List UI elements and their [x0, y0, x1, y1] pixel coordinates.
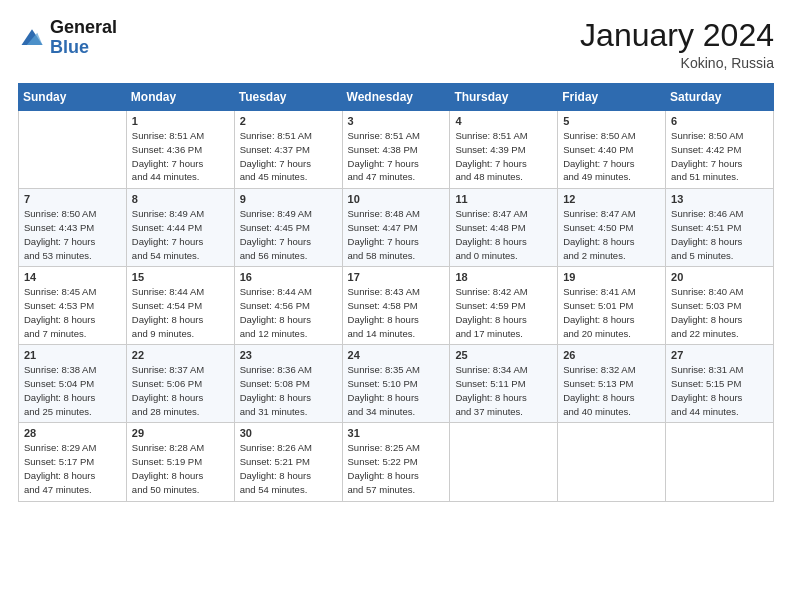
- day-info: Sunrise: 8:36 AM Sunset: 5:08 PM Dayligh…: [240, 363, 337, 418]
- day-info: Sunrise: 8:25 AM Sunset: 5:22 PM Dayligh…: [348, 441, 445, 496]
- day-number: 27: [671, 349, 768, 361]
- col-header-thursday: Thursday: [450, 84, 558, 111]
- day-cell: 13Sunrise: 8:46 AM Sunset: 4:51 PM Dayli…: [666, 189, 774, 267]
- week-row-5: 28Sunrise: 8:29 AM Sunset: 5:17 PM Dayli…: [19, 423, 774, 501]
- day-info: Sunrise: 8:49 AM Sunset: 4:44 PM Dayligh…: [132, 207, 229, 262]
- day-cell: [450, 423, 558, 501]
- day-number: 26: [563, 349, 660, 361]
- day-number: 1: [132, 115, 229, 127]
- logo-line1: General: [50, 18, 117, 38]
- page: General Blue January 2024 Kokino, Russia…: [0, 0, 792, 612]
- day-number: 20: [671, 271, 768, 283]
- col-header-wednesday: Wednesday: [342, 84, 450, 111]
- day-cell: 26Sunrise: 8:32 AM Sunset: 5:13 PM Dayli…: [558, 345, 666, 423]
- day-cell: 12Sunrise: 8:47 AM Sunset: 4:50 PM Dayli…: [558, 189, 666, 267]
- day-info: Sunrise: 8:49 AM Sunset: 4:45 PM Dayligh…: [240, 207, 337, 262]
- day-cell: 1Sunrise: 8:51 AM Sunset: 4:36 PM Daylig…: [126, 111, 234, 189]
- week-row-1: 1Sunrise: 8:51 AM Sunset: 4:36 PM Daylig…: [19, 111, 774, 189]
- header: General Blue January 2024 Kokino, Russia: [18, 18, 774, 71]
- day-cell: 4Sunrise: 8:51 AM Sunset: 4:39 PM Daylig…: [450, 111, 558, 189]
- day-cell: 17Sunrise: 8:43 AM Sunset: 4:58 PM Dayli…: [342, 267, 450, 345]
- day-number: 11: [455, 193, 552, 205]
- location: Kokino, Russia: [580, 55, 774, 71]
- day-cell: 5Sunrise: 8:50 AM Sunset: 4:40 PM Daylig…: [558, 111, 666, 189]
- day-number: 4: [455, 115, 552, 127]
- day-info: Sunrise: 8:48 AM Sunset: 4:47 PM Dayligh…: [348, 207, 445, 262]
- day-cell: 18Sunrise: 8:42 AM Sunset: 4:59 PM Dayli…: [450, 267, 558, 345]
- day-info: Sunrise: 8:41 AM Sunset: 5:01 PM Dayligh…: [563, 285, 660, 340]
- day-cell: 27Sunrise: 8:31 AM Sunset: 5:15 PM Dayli…: [666, 345, 774, 423]
- day-number: 8: [132, 193, 229, 205]
- day-info: Sunrise: 8:47 AM Sunset: 4:48 PM Dayligh…: [455, 207, 552, 262]
- day-cell: 30Sunrise: 8:26 AM Sunset: 5:21 PM Dayli…: [234, 423, 342, 501]
- day-info: Sunrise: 8:35 AM Sunset: 5:10 PM Dayligh…: [348, 363, 445, 418]
- day-info: Sunrise: 8:45 AM Sunset: 4:53 PM Dayligh…: [24, 285, 121, 340]
- day-number: 17: [348, 271, 445, 283]
- day-number: 18: [455, 271, 552, 283]
- day-cell: 19Sunrise: 8:41 AM Sunset: 5:01 PM Dayli…: [558, 267, 666, 345]
- day-info: Sunrise: 8:26 AM Sunset: 5:21 PM Dayligh…: [240, 441, 337, 496]
- day-info: Sunrise: 8:51 AM Sunset: 4:36 PM Dayligh…: [132, 129, 229, 184]
- day-cell: 3Sunrise: 8:51 AM Sunset: 4:38 PM Daylig…: [342, 111, 450, 189]
- day-cell: [558, 423, 666, 501]
- day-number: 21: [24, 349, 121, 361]
- day-cell: 28Sunrise: 8:29 AM Sunset: 5:17 PM Dayli…: [19, 423, 127, 501]
- day-cell: 31Sunrise: 8:25 AM Sunset: 5:22 PM Dayli…: [342, 423, 450, 501]
- day-number: 25: [455, 349, 552, 361]
- day-info: Sunrise: 8:38 AM Sunset: 5:04 PM Dayligh…: [24, 363, 121, 418]
- day-cell: 11Sunrise: 8:47 AM Sunset: 4:48 PM Dayli…: [450, 189, 558, 267]
- week-row-3: 14Sunrise: 8:45 AM Sunset: 4:53 PM Dayli…: [19, 267, 774, 345]
- col-header-tuesday: Tuesday: [234, 84, 342, 111]
- day-info: Sunrise: 8:34 AM Sunset: 5:11 PM Dayligh…: [455, 363, 552, 418]
- day-info: Sunrise: 8:28 AM Sunset: 5:19 PM Dayligh…: [132, 441, 229, 496]
- day-info: Sunrise: 8:40 AM Sunset: 5:03 PM Dayligh…: [671, 285, 768, 340]
- day-cell: 14Sunrise: 8:45 AM Sunset: 4:53 PM Dayli…: [19, 267, 127, 345]
- day-number: 31: [348, 427, 445, 439]
- day-cell: 24Sunrise: 8:35 AM Sunset: 5:10 PM Dayli…: [342, 345, 450, 423]
- header-row: SundayMondayTuesdayWednesdayThursdayFrid…: [19, 84, 774, 111]
- day-number: 6: [671, 115, 768, 127]
- day-info: Sunrise: 8:50 AM Sunset: 4:43 PM Dayligh…: [24, 207, 121, 262]
- day-number: 12: [563, 193, 660, 205]
- day-info: Sunrise: 8:32 AM Sunset: 5:13 PM Dayligh…: [563, 363, 660, 418]
- day-cell: 29Sunrise: 8:28 AM Sunset: 5:19 PM Dayli…: [126, 423, 234, 501]
- day-info: Sunrise: 8:51 AM Sunset: 4:38 PM Dayligh…: [348, 129, 445, 184]
- day-number: 13: [671, 193, 768, 205]
- day-info: Sunrise: 8:51 AM Sunset: 4:39 PM Dayligh…: [455, 129, 552, 184]
- col-header-monday: Monday: [126, 84, 234, 111]
- day-number: 10: [348, 193, 445, 205]
- day-info: Sunrise: 8:37 AM Sunset: 5:06 PM Dayligh…: [132, 363, 229, 418]
- day-number: 15: [132, 271, 229, 283]
- day-cell: [19, 111, 127, 189]
- day-cell: 7Sunrise: 8:50 AM Sunset: 4:43 PM Daylig…: [19, 189, 127, 267]
- col-header-friday: Friday: [558, 84, 666, 111]
- day-number: 9: [240, 193, 337, 205]
- day-info: Sunrise: 8:44 AM Sunset: 4:54 PM Dayligh…: [132, 285, 229, 340]
- day-number: 29: [132, 427, 229, 439]
- day-number: 24: [348, 349, 445, 361]
- day-cell: [666, 423, 774, 501]
- month-title: January 2024: [580, 18, 774, 53]
- day-number: 28: [24, 427, 121, 439]
- day-number: 19: [563, 271, 660, 283]
- day-info: Sunrise: 8:47 AM Sunset: 4:50 PM Dayligh…: [563, 207, 660, 262]
- calendar-table: SundayMondayTuesdayWednesdayThursdayFrid…: [18, 83, 774, 501]
- day-cell: 22Sunrise: 8:37 AM Sunset: 5:06 PM Dayli…: [126, 345, 234, 423]
- day-cell: 25Sunrise: 8:34 AM Sunset: 5:11 PM Dayli…: [450, 345, 558, 423]
- day-number: 22: [132, 349, 229, 361]
- day-cell: 10Sunrise: 8:48 AM Sunset: 4:47 PM Dayli…: [342, 189, 450, 267]
- logo: General Blue: [18, 18, 117, 58]
- day-info: Sunrise: 8:43 AM Sunset: 4:58 PM Dayligh…: [348, 285, 445, 340]
- day-info: Sunrise: 8:46 AM Sunset: 4:51 PM Dayligh…: [671, 207, 768, 262]
- day-number: 23: [240, 349, 337, 361]
- day-info: Sunrise: 8:44 AM Sunset: 4:56 PM Dayligh…: [240, 285, 337, 340]
- day-cell: 8Sunrise: 8:49 AM Sunset: 4:44 PM Daylig…: [126, 189, 234, 267]
- day-number: 3: [348, 115, 445, 127]
- title-block: January 2024 Kokino, Russia: [580, 18, 774, 71]
- week-row-4: 21Sunrise: 8:38 AM Sunset: 5:04 PM Dayli…: [19, 345, 774, 423]
- day-cell: 16Sunrise: 8:44 AM Sunset: 4:56 PM Dayli…: [234, 267, 342, 345]
- col-header-sunday: Sunday: [19, 84, 127, 111]
- week-row-2: 7Sunrise: 8:50 AM Sunset: 4:43 PM Daylig…: [19, 189, 774, 267]
- logo-line2: Blue: [50, 38, 117, 58]
- day-number: 2: [240, 115, 337, 127]
